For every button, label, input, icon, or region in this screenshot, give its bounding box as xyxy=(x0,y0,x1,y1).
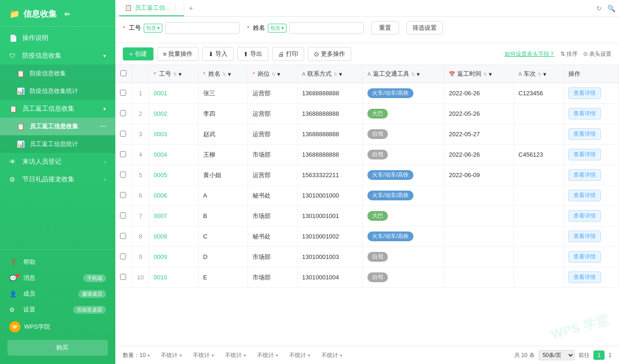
page-size-select[interactable]: 50条/页 20条/页 100条/页 xyxy=(539,350,575,360)
cell-id-4[interactable]: 0005 xyxy=(149,165,198,185)
footer-count[interactable]: 数量：10 ▾ xyxy=(123,351,150,359)
header-settings-button[interactable]: ⊙ 表头设置 xyxy=(583,50,612,58)
sidebar-item-visitors[interactable]: 👁 来访人员登记 › xyxy=(0,153,115,171)
cell-position-0: 运营部 xyxy=(248,83,297,104)
sidebar-footer-messages[interactable]: 💬 消息 手机端 xyxy=(0,270,115,286)
detail-button-0[interactable]: 查看详情 xyxy=(568,87,601,99)
row-checkbox-0[interactable] xyxy=(120,90,126,96)
messages-tag: 手机端 xyxy=(83,274,106,282)
filter-row: * 工号 包含 ▾ * 姓名 包含 ▾ 重置 筛选设置 xyxy=(123,21,612,34)
field-name-label: 姓名 xyxy=(253,24,265,32)
cell-id-3[interactable]: 0004 xyxy=(149,145,198,165)
row-checkbox-5[interactable] xyxy=(120,192,126,198)
cell-id-9[interactable]: 0010 xyxy=(149,267,198,288)
transport-badge-7: 火车/动车/高铁 xyxy=(367,232,413,241)
detail-button-2[interactable]: 查看详情 xyxy=(568,128,601,140)
batch-button[interactable]: ≡ 批量操作 xyxy=(157,47,199,61)
row-checkbox-4[interactable] xyxy=(120,172,126,178)
detail-button-8[interactable]: 查看详情 xyxy=(568,251,601,263)
sidebar-item-return-group[interactable]: 📋 员工返工信息收集 ▾ xyxy=(0,100,115,118)
footer-stat-4[interactable]: 不统计 ▾ xyxy=(257,351,278,359)
th-id[interactable]: * 工号 ⇅ ▾ xyxy=(149,65,198,83)
footer-stat-2[interactable]: 不统计 ▾ xyxy=(193,351,214,359)
reset-button[interactable]: 重置 xyxy=(371,21,399,34)
cell-id-5[interactable]: 0006 xyxy=(149,185,198,206)
th-name[interactable]: * 姓名 ⇅ ▾ xyxy=(198,65,247,83)
filter-input-name[interactable] xyxy=(289,22,364,34)
cell-id-6[interactable]: 0007 xyxy=(149,206,198,226)
print-button[interactable]: 🖨 打印 xyxy=(272,47,304,61)
detail-button-7[interactable]: 查看详情 xyxy=(568,231,601,242)
export-button[interactable]: ⬆ 导出 xyxy=(237,47,268,61)
detail-button-1[interactable]: 查看详情 xyxy=(568,108,601,119)
tab-add-button[interactable]: + xyxy=(184,4,198,13)
cell-id-8[interactable]: 0009 xyxy=(149,247,198,267)
create-button[interactable]: + 创建 xyxy=(123,47,153,60)
th-contact-sort: ⇅ xyxy=(333,72,337,77)
stat-5-label: 不统计 xyxy=(289,351,306,359)
th-position[interactable]: * 岗位 ⇅ ▾ xyxy=(248,65,297,83)
row-checkbox-1[interactable] xyxy=(120,110,126,116)
sidebar-item-pandemic-stats[interactable]: 📊 防疫信息收集统计 xyxy=(0,82,115,100)
filter-input-id[interactable] xyxy=(165,22,240,34)
sidebar-footer-members[interactable]: 👤 成员 邀请成员 xyxy=(0,286,115,302)
search-icon[interactable]: 🔍 xyxy=(607,5,615,12)
footer-stat-1[interactable]: 不统计 ▾ xyxy=(161,351,182,359)
th-transport[interactable]: A 返工交通工具 ⇅ ▾ xyxy=(363,65,444,83)
sidebar-item-gifts[interactable]: ⚙ 节日礼品接龙收集 › xyxy=(0,171,115,188)
sidebar-back-icon[interactable]: ⇦ xyxy=(64,10,70,18)
detail-button-5[interactable]: 查看详情 xyxy=(568,190,601,201)
row-checkbox-8[interactable] xyxy=(120,253,126,259)
row-checkbox-6[interactable] xyxy=(120,212,126,218)
sidebar-item-pandemic-collect[interactable]: 📋 防疫信息收集 xyxy=(0,65,115,82)
detail-button-3[interactable]: 查看详情 xyxy=(568,149,601,160)
footer-stat-3[interactable]: 不统计 ▾ xyxy=(225,351,246,359)
detail-button-9[interactable]: 查看详情 xyxy=(568,271,601,283)
import-button[interactable]: ⬇ 导入 xyxy=(202,47,233,61)
sidebar-item-return-collect[interactable]: 📋 员工返工信息收集 ··· xyxy=(0,118,115,135)
sidebar-footer-help[interactable]: ❓ 帮助 xyxy=(0,254,115,270)
th-train-no[interactable]: A 车次 ⇅ ▾ xyxy=(513,65,563,83)
more-button[interactable]: ⊙ 更多操作 xyxy=(308,47,351,61)
filter-settings-button[interactable]: 筛选设置 xyxy=(406,21,443,34)
row-checkbox-3[interactable] xyxy=(120,151,126,157)
stat-6-arrow: ▾ xyxy=(340,353,342,358)
cell-transport-4: 火车/动车/高铁 xyxy=(363,165,444,185)
header-settings-icon: ⊙ xyxy=(583,51,588,57)
footer-stat-5[interactable]: 不统计 ▾ xyxy=(289,351,310,359)
sidebar-item-pandemic-group[interactable]: 🛡 防疫信息收集 ▾ xyxy=(0,47,115,65)
sidebar-item-return-stats[interactable]: 📊 员工返工信息统计 xyxy=(0,135,115,153)
cell-id-0[interactable]: 0001 xyxy=(149,83,198,104)
select-all-checkbox[interactable] xyxy=(120,70,126,76)
cell-action-2: 查看详情 xyxy=(563,124,619,145)
cell-id-1[interactable]: 0002 xyxy=(149,104,198,124)
row-checkbox-7[interactable] xyxy=(120,233,126,239)
cell-return-time-1: 2022-05-26 xyxy=(444,104,514,124)
condition-name-arrow: ▾ xyxy=(281,25,284,31)
footer-count-label: 数量：10 xyxy=(123,351,146,359)
refresh-icon[interactable]: ↻ xyxy=(596,5,602,12)
detail-button-4[interactable]: 查看详情 xyxy=(568,169,601,181)
sidebar-footer-wps[interactable]: W WPS学院 xyxy=(0,318,115,336)
th-contact[interactable]: A 联系方式 ⇅ ▾ xyxy=(297,65,363,83)
sort-button[interactable]: ⇅ 排序 xyxy=(560,50,578,58)
detail-button-6[interactable]: 查看详情 xyxy=(568,210,601,222)
return-collect-dots[interactable]: ··· xyxy=(100,122,106,131)
cell-contact-5: 13010001000 xyxy=(297,185,363,206)
tab-employee-return[interactable]: 📋 员工返工信... ⋮ xyxy=(119,0,184,16)
sidebar-item-instructions[interactable]: 📄 操作说明 xyxy=(0,29,115,47)
cell-name-7: C xyxy=(198,226,247,247)
cell-id-7[interactable]: 0008 xyxy=(149,226,198,247)
field-name-condition[interactable]: 包含 ▾ xyxy=(268,24,286,33)
cell-id-2[interactable]: 0003 xyxy=(149,124,198,145)
sidebar-footer-settings[interactable]: ⚙ 设置 添加至桌面 xyxy=(0,302,115,318)
row-checkbox-2[interactable] xyxy=(120,131,126,137)
table-header-row: * 工号 ⇅ ▾ * 姓名 ⇅ ▾ xyxy=(115,65,619,83)
how-to-link[interactable]: 如何设置表头字段？ xyxy=(505,50,555,58)
footer-stat-6[interactable]: 不统计 ▾ xyxy=(321,351,342,359)
tab-menu-icon[interactable]: ⋮ xyxy=(173,5,178,11)
th-return-time[interactable]: 📅 返工时间 ⇅ ▾ xyxy=(444,65,514,83)
field-id-condition[interactable]: 包含 ▾ xyxy=(144,24,162,33)
row-checkbox-9[interactable] xyxy=(120,274,126,280)
buy-button[interactable]: 🛒 购买 xyxy=(7,340,108,356)
